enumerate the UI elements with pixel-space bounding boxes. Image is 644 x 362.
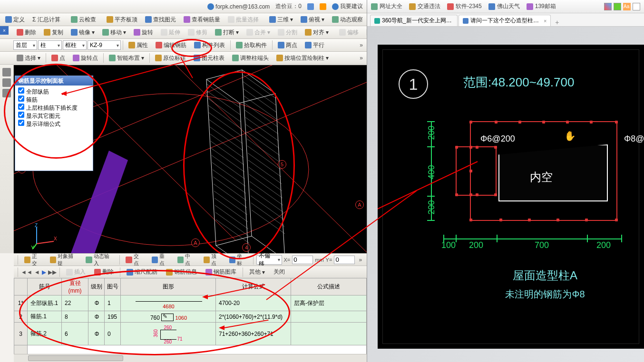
close-table-button[interactable]: 关闭	[270, 267, 288, 277]
offset-mode-dropdown[interactable]: 不偏移	[256, 255, 282, 265]
vs-icon-1[interactable]	[2, 68, 11, 76]
vs-icon-3[interactable]	[2, 89, 11, 97]
fav-all[interactable]: 网址大全	[371, 2, 402, 10]
vs-icon-2[interactable]	[2, 78, 11, 87]
snap-coord[interactable]: 坐标	[226, 255, 250, 265]
table-row-empty[interactable]	[14, 345, 367, 354]
col-diameter[interactable]: 直径(mm)	[62, 278, 88, 295]
dyn-input-toggle[interactable]: 动态输入	[82, 255, 116, 265]
chk-stirrup[interactable]: 箍筋	[18, 95, 90, 104]
scale-rebar-button[interactable]: 缩尺配筋	[123, 267, 161, 277]
feedback-link[interactable]: 我要建议	[332, 2, 363, 10]
col-desc[interactable]: 公式描述	[291, 278, 367, 295]
draw-by-wall-dropdown[interactable]: 按墙位置绘制柱 ▾	[273, 53, 332, 63]
copy-button[interactable]: 复制	[40, 27, 67, 38]
snapbar-expand[interactable]: »	[357, 257, 364, 263]
aa-icon[interactable]: Aa	[623, 3, 631, 10]
define-button[interactable]: 定义	[2, 14, 28, 25]
toolbar-expand-3[interactable]: »	[358, 42, 365, 48]
more-icon[interactable]	[633, 3, 640, 10]
view-rebar-button[interactable]: 查看钢筋量	[180, 14, 224, 25]
x-input[interactable]	[292, 256, 313, 264]
book-icon[interactable]	[614, 3, 621, 10]
rebar-lib-button[interactable]: 钢筋图库	[202, 267, 240, 277]
table-row[interactable]: 2 箍筋.1 8 Φ 195 760 ✎ 1060 2*(1060+760)+2…	[14, 311, 367, 323]
tbl-delete-button[interactable]: 删除	[91, 267, 117, 277]
svg-line-45	[249, 167, 282, 191]
rotate-point-button[interactable]: 旋转点	[69, 53, 101, 63]
add-tab-button[interactable]: +	[552, 19, 562, 26]
adjust-end-button[interactable]: 调整柱端头	[229, 53, 272, 63]
break-button[interactable]: 打断 ▾	[212, 27, 242, 38]
app-icon	[447, 3, 454, 10]
fav-soft[interactable]: 软件-2345	[447, 2, 482, 10]
rotate-button[interactable]: 旋转	[130, 27, 156, 38]
chk-all-long[interactable]: 全部纵筋	[18, 87, 90, 95]
mirror-button[interactable]: 镜像 ▾	[68, 27, 98, 38]
floor-dropdown[interactable]: 首层	[13, 40, 37, 50]
parallel-button[interactable]: 平行	[302, 40, 328, 50]
horizontal-scrollbar[interactable]	[14, 354, 367, 362]
table-row[interactable]: 1* 全部纵筋.1 22 Φ 1 4680 4700-20 层高-保护层	[14, 295, 367, 311]
scale-icon	[127, 269, 133, 276]
sigma-button[interactable]: Σ 汇总计算	[29, 14, 64, 25]
snap-intersection[interactable]: 交点	[122, 255, 146, 265]
col-tuhao[interactable]: 图号	[105, 278, 121, 295]
chk-show-other[interactable]: 显示其它图元	[18, 112, 90, 120]
top-view-dropdown[interactable]: 俯视 ▾	[297, 14, 328, 25]
drawing-photo[interactable]: 1 范围:48.200~49.700 内空 ✋ Φ6@200 Φ8@20	[378, 45, 644, 349]
table-row[interactable]: 3 箍筋.2 6 Φ 0 260 360 260 71	[14, 323, 367, 345]
y-input[interactable]	[334, 256, 355, 264]
tab-close-icon[interactable]: ×	[544, 18, 546, 24]
info-bar: forpk.chen@163.com 造价豆：0 我要建议	[0, 0, 367, 13]
component-list-button[interactable]: 构件列表	[191, 40, 228, 50]
point-button[interactable]: 点	[48, 53, 68, 63]
type-dropdown[interactable]: 框柱	[63, 40, 87, 50]
category-dropdown[interactable]: 柱	[38, 40, 62, 50]
align-top-button[interactable]: 平齐板顶	[103, 14, 141, 25]
3d-dropdown[interactable]: 三维 ▾	[266, 14, 296, 25]
properties-button[interactable]: 属性	[125, 40, 151, 50]
fav-traffic[interactable]: 交通违法	[409, 2, 440, 10]
edit-rebar-button[interactable]: 编辑钢筋	[152, 40, 190, 50]
find-unit-button[interactable]: 查找图元	[142, 14, 179, 25]
smart-layout-dropdown[interactable]: 智能布置 ▾	[106, 53, 147, 63]
snap-perp[interactable]: 垂点	[148, 255, 172, 265]
bulb-icon[interactable]	[320, 3, 326, 10]
toolbar-expand-4[interactable]: »	[358, 55, 365, 61]
id-dropdown[interactable]: KZ-9	[88, 40, 121, 50]
svg-text:Y: Y	[31, 245, 34, 249]
two-point-button[interactable]: 两点	[274, 40, 301, 50]
delete-button[interactable]: 删除	[13, 27, 39, 38]
tab-1[interactable]: 360导航_新一代安全上网导航	[370, 15, 458, 26]
ortho-toggle[interactable]: 正交	[21, 255, 45, 265]
chk-show-formula[interactable]: 显示详细公式	[18, 120, 90, 128]
col-shape[interactable]: 图形	[121, 278, 216, 295]
rebar-display-panel[interactable]: 钢筋显示控制面板 全部纵筋 箍筋 上层柱插筋下插长度 显示其它图元 显示详细公式	[15, 76, 93, 171]
select-button[interactable]: 选择 ▾	[13, 53, 44, 63]
move-button[interactable]: 移动 ▾	[99, 27, 129, 38]
table-toolbar: ◄◄ ◄ ▶ ▶▶ 插入 删除 缩尺配筋 钢筋信息 钢筋图库 其他 ▾ 关闭	[14, 266, 367, 278]
scrollbar-thumb[interactable]	[28, 355, 123, 361]
panel-close-x[interactable]: ×	[0, 26, 9, 35]
panel-title[interactable]: 钢筋显示控制面板	[15, 76, 93, 86]
grid-icon[interactable]	[604, 3, 612, 10]
snap-mid[interactable]: 中点	[174, 255, 198, 265]
rebar-info-button[interactable]: 钢筋信息	[163, 267, 200, 277]
chk-upper-insert[interactable]: 上层柱插筋下插长度	[18, 104, 90, 112]
col-name[interactable]: 筋号	[28, 278, 62, 295]
snap-vertex[interactable]: 顶点	[200, 255, 224, 265]
fav-mail[interactable]: 139邮箱	[527, 2, 556, 10]
align-button[interactable]: 对齐 ▾	[302, 27, 332, 38]
tab-2[interactable]: 请问一下这个空心造型柱怎么布 ×	[459, 15, 551, 26]
flask-icon[interactable]	[307, 3, 314, 10]
fav-weather[interactable]: 佛山天气	[488, 2, 520, 10]
col-level[interactable]: 级别	[88, 278, 105, 295]
pick-component-button[interactable]: 拾取构件	[233, 40, 270, 50]
svg-line-40	[246, 132, 280, 155]
rebar-table[interactable]: 筋号 直径(mm) 级别 图号 图形 计算公式 公式描述 1* 全部纵筋.1 2…	[14, 278, 367, 354]
cloud-check-button[interactable]: 云检查	[68, 14, 99, 25]
obj-snap-toggle[interactable]: 对象捕捉	[47, 255, 80, 265]
other-dropdown[interactable]: 其他 ▾	[246, 267, 268, 277]
dynamic-observe-button[interactable]: 动态观察	[329, 14, 366, 25]
